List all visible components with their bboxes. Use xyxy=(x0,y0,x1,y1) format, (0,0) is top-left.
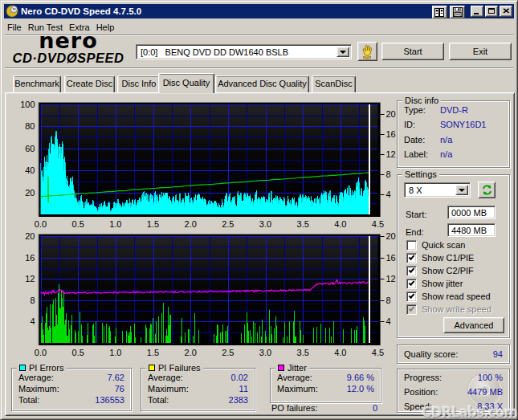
svg-text:3.0: 3.0 xyxy=(259,348,271,357)
jitter-legend: Jitter xyxy=(275,363,309,373)
quality-score-label: Quality score: xyxy=(404,349,458,359)
speed-select-dropdown-button[interactable] xyxy=(455,185,468,195)
svg-text:20: 20 xyxy=(25,231,35,241)
book-icon xyxy=(434,8,445,17)
check-icon xyxy=(409,267,415,273)
svg-text:0.0: 0.0 xyxy=(35,348,47,357)
tab-advanced-disc-quality[interactable]: Advanced Disc Quality xyxy=(215,75,309,92)
stat-row: Average:9.66 % xyxy=(277,373,374,382)
progress-label: Progress: xyxy=(404,373,442,382)
stat-value: 9.66 % xyxy=(347,373,374,382)
quality-score-value: 94 xyxy=(493,349,503,359)
pi-failures-swatch xyxy=(149,365,155,371)
disc-date-value: n/a xyxy=(440,135,452,145)
checkbox-box xyxy=(406,266,417,276)
svg-text:8: 8 xyxy=(386,296,391,305)
svg-text:0.5: 0.5 xyxy=(72,348,84,357)
drive-select[interactable]: [0:0] BENQ DVD DD DW1640 BSLB xyxy=(136,44,352,59)
stat-row: Total:136553 xyxy=(18,395,124,405)
po-failures-label: PO failures: xyxy=(271,403,317,413)
svg-text:0.0: 0.0 xyxy=(35,219,47,229)
pi-failures-group: PI Failures Average:0.02 Maximum:11 Tota… xyxy=(141,368,255,411)
advanced-button[interactable]: Advanced xyxy=(443,317,504,333)
exit-button[interactable]: Exit xyxy=(449,43,512,60)
tab-label: Benchmark xyxy=(14,79,59,88)
stat-value: 0.02 xyxy=(231,373,248,382)
tab-scandisc[interactable]: ScanDisc xyxy=(312,75,356,92)
svg-text:4.0: 4.0 xyxy=(334,219,346,229)
stat-value: 12.0 % xyxy=(347,384,374,393)
minimize-button[interactable] xyxy=(471,6,483,17)
svg-text:4: 4 xyxy=(386,190,391,199)
advanced-button-label: Advanced xyxy=(455,320,494,330)
disc-date-label: Date: xyxy=(404,135,425,145)
svg-text:100: 100 xyxy=(20,100,35,109)
stat-row: Maximum:12.0 % xyxy=(277,384,374,393)
position-label: Position: xyxy=(404,387,438,397)
svg-text:20: 20 xyxy=(386,109,396,119)
position-value: 4479 MB xyxy=(467,387,503,397)
drive-select-dropdown-button[interactable] xyxy=(336,47,349,57)
group-title: Jitter xyxy=(288,363,307,373)
show-jitter-checkbox[interactable]: Show jitter xyxy=(406,278,463,289)
stat-label: Maximum: xyxy=(148,384,189,393)
separator xyxy=(5,67,513,69)
checkbox-label: Show C2/PIF xyxy=(422,266,474,275)
svg-text:2.0: 2.0 xyxy=(185,348,197,357)
tab-benchmark[interactable]: Benchmark xyxy=(13,75,61,92)
stat-value: 11 xyxy=(239,384,248,393)
speed-select[interactable]: 8 X xyxy=(404,182,471,198)
eject-hand-button[interactable] xyxy=(357,42,377,61)
stat-value: 136553 xyxy=(95,395,124,405)
floppy-disk-icon xyxy=(453,7,463,17)
maximize-button[interactable] xyxy=(485,6,498,17)
end-label: End: xyxy=(406,227,424,237)
tab-disc-quality[interactable]: Disc Quality xyxy=(158,73,214,93)
end-mb-input[interactable]: 4480 MB xyxy=(447,223,496,237)
end-mb-value: 4480 MB xyxy=(451,226,487,235)
svg-text:4: 4 xyxy=(386,316,391,326)
checkbox-box xyxy=(406,279,417,289)
jitter-swatch xyxy=(278,365,284,371)
tab-label: ScanDisc xyxy=(315,79,352,88)
compare-results-button[interactable] xyxy=(432,6,447,18)
minimize-icon xyxy=(474,13,479,14)
stat-label: Total: xyxy=(148,395,169,405)
refresh-icon xyxy=(481,184,493,196)
menu-file[interactable]: File xyxy=(4,22,25,33)
disc-label-value: n/a xyxy=(440,149,452,159)
refresh-button[interactable] xyxy=(478,181,496,198)
svg-text:16: 16 xyxy=(386,253,396,263)
disc-id-label: ID: xyxy=(404,120,415,129)
svg-text:12: 12 xyxy=(25,274,35,283)
svg-text:1.5: 1.5 xyxy=(147,219,159,229)
close-button[interactable]: ✕ xyxy=(500,6,512,17)
disc-info-title: Disc info xyxy=(402,96,441,105)
tab-strip: Benchmark Create Disc Disc Info Disc Qua… xyxy=(5,73,513,92)
pi-failures-chart: 20161284201612840.00.51.01.52.02.53.03.5… xyxy=(14,230,397,360)
start-button[interactable]: Start xyxy=(381,43,444,60)
stat-label: Average: xyxy=(148,373,183,382)
tab-create-disc[interactable]: Create Disc xyxy=(64,75,115,92)
tab-label: Disc Quality xyxy=(163,78,210,88)
svg-text:8: 8 xyxy=(30,296,35,305)
disc-type-value: DVD-R xyxy=(440,105,468,115)
save-button[interactable] xyxy=(450,6,465,18)
tab-disc-info[interactable]: Disc Info xyxy=(117,75,161,92)
show-c1-pie-checkbox[interactable]: Show C1/PIE xyxy=(406,252,474,263)
cdspeed-logo-text: CD·DVDØSPEED xyxy=(8,52,128,64)
checkbox-box xyxy=(406,240,417,251)
start-mb-input[interactable]: 0000 MB xyxy=(447,206,496,219)
pi-failures-legend: PI Failures xyxy=(146,363,203,373)
svg-text:4.5: 4.5 xyxy=(372,219,384,229)
quick-scan-checkbox[interactable]: Quick scan xyxy=(406,239,465,251)
po-failures-row: PO failures:0 xyxy=(271,403,377,413)
checkbox-box xyxy=(406,292,417,302)
stat-value: 76 xyxy=(115,384,124,393)
svg-text:20: 20 xyxy=(386,231,396,241)
svg-text:16: 16 xyxy=(386,129,396,139)
check-icon xyxy=(409,305,415,312)
stat-label: Average: xyxy=(277,373,312,382)
show-c2-pif-checkbox[interactable]: Show C2/PIF xyxy=(406,265,474,276)
show-read-speed-checkbox[interactable]: Show read speed xyxy=(406,291,491,302)
